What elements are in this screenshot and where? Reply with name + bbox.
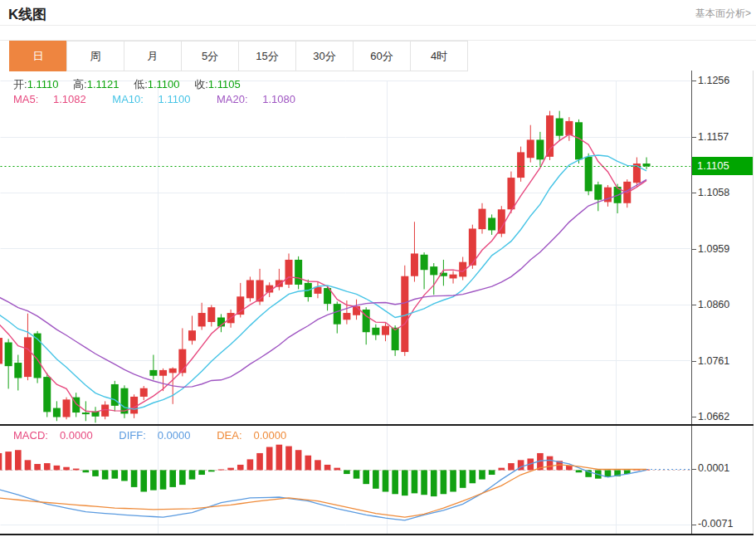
tab-30min[interactable]: 30分 (295, 41, 354, 71)
tab-5min[interactable]: 5分 (181, 41, 239, 71)
price-axis-label: 1.0761 (698, 354, 753, 368)
low-label: 低: (134, 78, 148, 90)
ma-legend: MA5: 1.1082 MA10: 1.1100 MA20: 1.1080 (13, 93, 319, 105)
price-axis-label: 1.0860 (698, 298, 753, 311)
kline-widget: K线图 基本面分析> 日 周 月 5分 15分 30分 60分 4时 开:1.1… (0, 0, 756, 537)
high-label: 高: (73, 78, 87, 90)
price-axis-label: 1.1058 (698, 186, 753, 199)
price-axis-tick (691, 193, 696, 193)
diff-value-legend: DIFF:0.0000 (119, 429, 202, 442)
bottom-border (0, 534, 754, 535)
ma20-legend: MA20: 1.1080 (217, 93, 307, 105)
macd-axis-label-bottom: -0.0071 (698, 518, 733, 530)
macd-legend: MACD:0.0000 DIFF:0.0000 DEA:0.0000 (13, 429, 310, 442)
tab-60min[interactable]: 60分 (353, 41, 411, 71)
low-value: 1.1100 (148, 78, 180, 90)
open-value: 1.1110 (27, 78, 59, 90)
macd-axis-tick (691, 469, 696, 470)
main-candlestick-chart[interactable] (0, 71, 690, 425)
macd-axis-label-top: 0.0001 (698, 462, 729, 474)
price-axis-tick (691, 137, 696, 138)
price-axis-line (691, 71, 692, 535)
price-axis-tick (691, 305, 696, 305)
close-value: 1.1105 (208, 78, 241, 90)
title-divider (0, 25, 756, 26)
close-label: 收: (194, 78, 208, 90)
price-axis-label: 1.1256 (698, 74, 753, 87)
price-axis-label: 1.0959 (698, 242, 753, 256)
period-tabbar: 日 周 月 5分 15分 30分 60分 4时 (0, 40, 756, 71)
price-axis-tick (691, 81, 696, 81)
fundamental-analysis-link[interactable]: 基本面分析> (695, 7, 751, 21)
price-axis-tick (691, 361, 696, 362)
macd-value-legend: MACD:0.0000 (13, 429, 105, 442)
right-border (753, 71, 754, 535)
macd-axis-tick (691, 525, 696, 525)
dea-value-legend: DEA:0.0000 (217, 429, 298, 442)
price-axis-label: 1.0662 (698, 410, 753, 423)
ohlc-legend: 开:1.1110 高:1.1121 低:1.1100 收:1.1105 (13, 77, 252, 92)
price-axis-tick (691, 249, 696, 250)
open-label: 开: (13, 78, 27, 90)
ma10-legend: MA10: 1.1100 (112, 93, 202, 105)
tab-4hour[interactable]: 4时 (410, 41, 468, 71)
panel-separator (0, 424, 754, 426)
tab-15min[interactable]: 15分 (238, 41, 296, 71)
page-title: K线图 (8, 5, 46, 24)
tab-month[interactable]: 月 (124, 41, 182, 71)
price-axis-label: 1.1157 (698, 130, 753, 144)
ma5-legend: MA5: 1.1082 (13, 93, 98, 105)
current-price-tag: 1.1105 (692, 157, 753, 175)
tab-day[interactable]: 日 (9, 41, 67, 71)
tab-week[interactable]: 周 (66, 41, 124, 71)
price-axis-tick (691, 417, 696, 417)
high-value: 1.1121 (87, 78, 119, 90)
